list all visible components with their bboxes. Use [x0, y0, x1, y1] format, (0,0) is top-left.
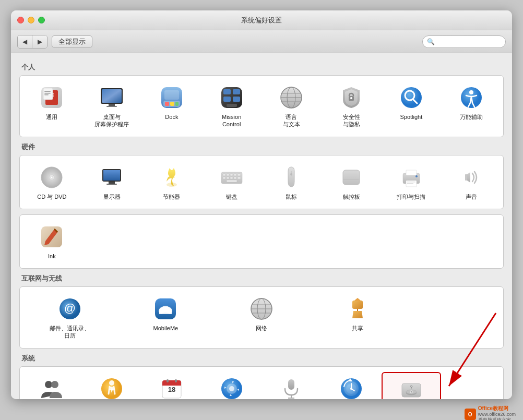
network-label: 网络 [256, 325, 267, 332]
svg-rect-42 [103, 170, 120, 181]
svg-point-90 [109, 380, 114, 386]
ink-label: Ink [48, 253, 56, 260]
pref-item-trackpad[interactable]: 触控板 [322, 161, 382, 203]
pref-item-displays[interactable]: 显示器 [82, 161, 142, 203]
pref-item-datetime[interactable]: 18 日期与时间 [142, 372, 202, 399]
svg-rect-66 [407, 183, 413, 184]
pref-item-softwareupdate[interactable]: 软件更新 [201, 372, 262, 399]
titlebar: 系统偏好设置 [11, 10, 512, 30]
pref-item-parental[interactable]: 家长控制 [82, 372, 142, 399]
print-label: 打印与扫描 [397, 193, 425, 200]
pref-item-mobileme[interactable]: MobileMe [118, 292, 214, 343]
pref-item-mouse[interactable]: 鼠标 [262, 161, 322, 203]
svg-rect-22 [223, 97, 231, 102]
pref-item-sharing[interactable]: 共享 [310, 292, 406, 343]
softwareupdate-icon [218, 375, 245, 399]
pref-item-sound[interactable]: 声音 [441, 161, 501, 203]
svg-rect-55 [234, 177, 236, 179]
pref-item-keyboard[interactable]: 键盘 [201, 161, 262, 203]
svg-rect-15 [165, 102, 169, 106]
speech-icon [278, 375, 305, 399]
svg-point-67 [415, 175, 418, 177]
pref-item-timemachine[interactable]: Time Machine [322, 372, 382, 399]
section-title-system: 系统 [21, 354, 504, 363]
svg-rect-96 [175, 379, 177, 382]
pref-item-speech[interactable]: 语音 [262, 372, 322, 399]
cd-label: CD 与 DVD [37, 193, 66, 200]
datetime-icon: 18 [158, 375, 185, 399]
timemachine-icon [338, 375, 365, 399]
search-icon: 🔍 [427, 38, 435, 45]
svg-rect-5 [43, 88, 53, 100]
pref-item-ink[interactable]: Ink [22, 220, 82, 263]
close-button[interactable] [17, 17, 24, 23]
svg-rect-44 [106, 184, 117, 185]
pref-item-energy[interactable]: 节能器 [142, 161, 202, 203]
pref-item-users[interactable]: 用户与 群组 [22, 372, 82, 399]
svg-rect-8 [44, 94, 49, 95]
svg-rect-43 [109, 182, 115, 184]
search-box[interactable]: 🔍 [422, 35, 506, 48]
section-title-internet: 互联网与无线 [21, 274, 504, 283]
pref-item-general[interactable]: 通用 [22, 81, 82, 131]
pref-item-language[interactable]: 语言 与文本 [262, 81, 322, 131]
ink-icon [38, 223, 65, 250]
svg-rect-53 [227, 177, 229, 179]
preferences-window: 系统偏好设置 ◀ ▶ 全部显示 🔍 个人 [11, 10, 512, 399]
forward-button[interactable]: ▶ [32, 35, 47, 48]
personal-grid: 通用 [19, 75, 504, 137]
pref-item-startupdisk[interactable]: ? 启动磁盘 [382, 372, 442, 399]
maximize-button[interactable] [38, 17, 45, 23]
pref-item-mail[interactable]: @ 邮件、通讯录、 日历 [22, 292, 118, 343]
security-icon [338, 84, 365, 111]
back-button[interactable]: ◀ [18, 35, 32, 48]
trackpad-icon [338, 164, 365, 191]
pref-item-accessibility[interactable]: 万能辅助 [441, 81, 501, 131]
security-label: 安全性 与隐私 [343, 113, 360, 128]
desktop-icon [98, 84, 125, 111]
sharing-icon [344, 295, 371, 322]
svg-rect-21 [233, 89, 240, 94]
mobileme-label: MobileMe [153, 325, 179, 332]
watermark-logo: O [465, 409, 476, 420]
show-all-button[interactable]: 全部显示 [52, 35, 92, 48]
svg-rect-6 [44, 91, 51, 92]
pref-item-cddvd[interactable]: CD 与 DVD [22, 161, 82, 203]
pref-item-print[interactable]: 打印与扫描 [382, 161, 442, 203]
pref-item-network[interactable]: 网络 [213, 292, 310, 343]
svg-rect-56 [237, 177, 241, 179]
watermark: O Office教程网 www.office26.com 看电脑系统之家 [465, 405, 516, 420]
parental-icon [98, 375, 125, 399]
pref-item-mission[interactable]: Mission Control [201, 81, 262, 131]
pref-item-dock[interactable]: Dock [142, 81, 202, 131]
sound-icon [458, 164, 485, 191]
general-icon [38, 84, 65, 111]
section-title-hardware: 硬件 [21, 142, 504, 152]
svg-rect-63 [406, 170, 417, 175]
svg-rect-16 [170, 102, 174, 106]
svg-rect-47 [223, 174, 225, 176]
svg-marker-86 [354, 298, 361, 301]
pref-item-spotlight[interactable]: Spotlight [382, 81, 442, 131]
print-icon [398, 164, 425, 191]
svg-rect-49 [230, 174, 233, 176]
section-title-personal: 个人 [21, 63, 504, 72]
accessibility-label: 万能辅助 [460, 113, 483, 121]
mail-label: 邮件、通讯录、 日历 [50, 325, 90, 340]
svg-point-32 [350, 97, 352, 99]
cd-icon [38, 164, 65, 191]
svg-rect-17 [175, 102, 179, 106]
svg-rect-12 [106, 106, 117, 107]
svg-rect-24 [227, 104, 237, 107]
energy-label: 节能器 [163, 193, 180, 200]
pref-item-security[interactable]: 安全性 与隐私 [322, 81, 382, 131]
keyboard-icon [218, 164, 245, 191]
content-area: 个人 [11, 53, 512, 399]
svg-point-37 [469, 90, 473, 94]
svg-rect-57 [227, 180, 237, 182]
pref-item-desktop[interactable]: 桌面与 屏幕保护程序 [82, 81, 142, 131]
sharing-label: 共享 [352, 325, 363, 332]
watermark-url: www.office26.com [478, 412, 516, 417]
svg-point-87 [45, 381, 52, 388]
minimize-button[interactable] [28, 17, 34, 23]
